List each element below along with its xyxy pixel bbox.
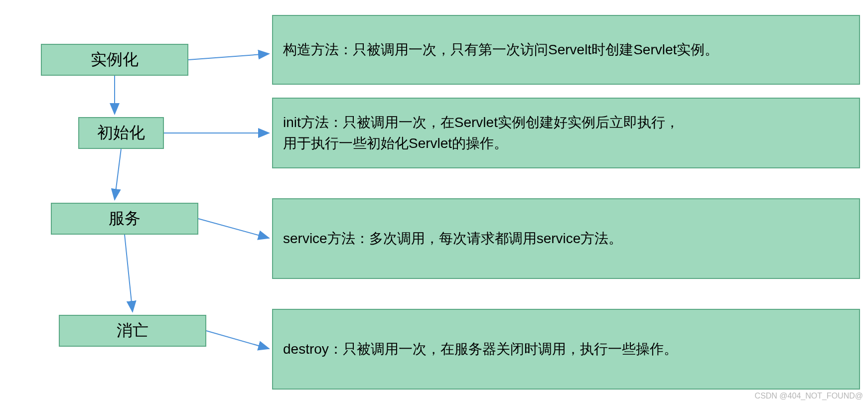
stage-instantiation: 实例化 [41,44,188,76]
desc-destroy: destroy：只被调用一次，在服务器关闭时调用，执行一些操作。 [272,309,860,390]
desc-text: destroy：只被调用一次，在服务器关闭时调用，执行一些操作。 [283,339,678,360]
stage-label: 消亡 [117,320,148,342]
stage-destroy: 消亡 [59,315,206,347]
desc-service: service方法：多次调用，每次请求都调用service方法。 [272,198,860,279]
stage-label: 服务 [109,208,141,230]
desc-text: 构造方法：只被调用一次，只有第一次访问Servelt时创建Servlet实例。 [283,39,719,60]
stage-initialization: 初始化 [78,117,164,149]
arrow-stage2-stage3 [115,149,121,200]
arrow-stage3-desc3 [198,219,269,238]
arrow-stage1-desc1 [188,54,269,60]
arrow-stage4-desc4 [206,331,269,349]
stage-label: 实例化 [91,49,139,71]
desc-text: service方法：多次调用，每次请求都调用service方法。 [283,228,622,249]
watermark: CSDN @404_NOT_FOUND@ [755,392,863,401]
stage-label: 初始化 [97,122,145,144]
desc-instantiation: 构造方法：只被调用一次，只有第一次访问Servelt时创建Servlet实例。 [272,15,860,85]
stage-service: 服务 [51,203,198,235]
desc-initialization: init方法：只被调用一次，在Servlet实例创建好实例后立即执行， 用于执行… [272,98,860,168]
desc-text: init方法：只被调用一次，在Servlet实例创建好实例后立即执行， 用于执行… [283,112,679,154]
arrow-stage3-stage4 [125,235,133,312]
watermark-text: CSDN @404_NOT_FOUND@ [755,392,863,400]
